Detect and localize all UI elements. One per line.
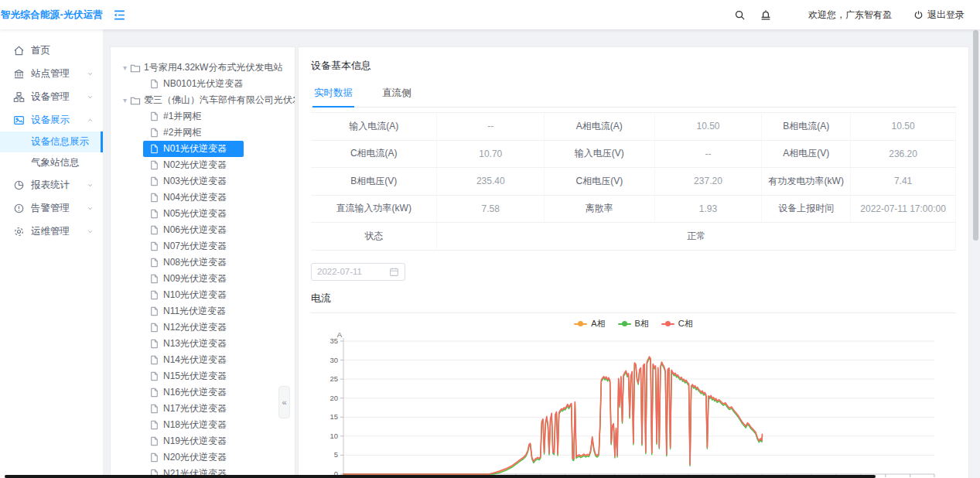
current-chart: 05101520253035A00:0001:0002:0003:0004:00…	[311, 332, 948, 478]
menu-fold-icon[interactable]	[113, 9, 126, 22]
sidebar-item-home[interactable]: 首页	[0, 39, 103, 62]
sidebar-item-weather-station-info[interactable]: 气象站信息	[0, 152, 103, 173]
date-value: 2022-07-11	[317, 267, 389, 276]
sidebar-item-ops-mgmt[interactable]: 运维管理	[0, 220, 103, 243]
sidebar-item-alarm-mgmt[interactable]: 告警管理	[0, 196, 103, 220]
info-label: 输入电压(V)	[545, 141, 655, 169]
sidebar-item-report-stats[interactable]: 报表统计	[0, 173, 103, 196]
tree-node-label: N18光伏逆变器	[163, 418, 227, 432]
scrollbar-thumb[interactable]	[973, 30, 978, 241]
alarm-siren-icon[interactable]	[753, 9, 779, 21]
legend-marker-icon	[574, 321, 587, 327]
info-value: --	[655, 141, 763, 169]
tree-node-device-3[interactable]: #1并网柜	[111, 108, 295, 125]
info-label: A相电压(V)	[762, 141, 851, 169]
calendar-icon	[389, 267, 399, 277]
sidebar-item-site-mgmt[interactable]: 站点管理	[0, 62, 103, 85]
status-value: 正常	[437, 223, 956, 251]
app-logo: 智光综合能源-光伏运营	[0, 9, 104, 22]
tree-node-label: N20光伏逆变器	[163, 451, 227, 464]
search-icon[interactable]	[726, 9, 753, 21]
date-picker[interactable]: 2022-07-11	[311, 263, 405, 281]
tree-node-device-11[interactable]: N07光伏逆变器	[111, 238, 295, 254]
page-title: 设备基本信息	[311, 47, 956, 82]
current-section-title: 电流	[311, 292, 956, 313]
tree-node-device-16[interactable]: N12光伏逆变器	[111, 319, 295, 336]
tree-node-device-17[interactable]: N13光伏逆变器	[111, 336, 295, 352]
file-icon	[149, 323, 160, 333]
file-icon	[149, 111, 160, 122]
svg-text:A: A	[337, 332, 343, 339]
tab-realtime-data[interactable]: 实时数据	[312, 84, 354, 107]
content-area: ▾1号家用4.32kW分布式光伏发电站NB0101光伏逆变器▾爱三（佛山）汽车部…	[104, 29, 980, 478]
info-label: C相电压(V)	[545, 168, 655, 196]
info-value: 236.20	[851, 141, 956, 169]
tree-node-label: NB0101光伏逆变器	[163, 77, 243, 90]
legend-label: C相	[678, 318, 693, 329]
info-value: 10.70	[437, 141, 545, 169]
info-value: 7.58	[437, 196, 545, 224]
sidebar-nav: 首页站点管理设备管理设备展示设备信息展示气象站信息报表统计告警管理运维管理	[0, 29, 104, 478]
file-icon	[149, 436, 160, 447]
tree-node-label: N04光伏逆变器	[163, 191, 227, 204]
tree-node-device-9[interactable]: N05光伏逆变器	[111, 206, 295, 222]
legend-item-C相[interactable]: C相	[661, 318, 693, 329]
tree-node-station-2[interactable]: ▾爱三（佛山）汽车部件有限公司光伏发	[111, 92, 295, 108]
tree-node-device-23[interactable]: N19光伏逆变器	[111, 433, 295, 449]
folder-icon	[130, 95, 141, 106]
tree-node-label: #2并网柜	[163, 126, 201, 139]
tree-collapse-handle[interactable]: «	[278, 386, 290, 418]
vertical-scrollbar	[972, 29, 979, 478]
sidebar-item-device-info-display[interactable]: 设备信息展示	[0, 131, 103, 152]
sidebar-item-device-display[interactable]: 设备展示	[0, 108, 103, 131]
tree-node-device-10[interactable]: N06光伏逆变器	[111, 222, 295, 238]
tree-node-device-15[interactable]: N11光伏逆变器	[111, 303, 295, 319]
tree-node-device-21[interactable]: N17光伏逆变器	[111, 401, 295, 417]
tree-node-device-22[interactable]: N18光伏逆变器	[111, 417, 295, 433]
file-icon	[149, 420, 160, 431]
info-label: B相电压(V)	[311, 168, 437, 196]
legend-marker-icon	[618, 321, 631, 327]
tree-node-device-12[interactable]: N08光伏逆变器	[111, 254, 295, 271]
tab-dc-side[interactable]: 直流侧	[381, 84, 413, 107]
sidebar-item-device-mgmt[interactable]: 设备管理	[0, 85, 103, 108]
tree-node-label: N10光伏逆变器	[163, 289, 227, 302]
tree-node-device-14[interactable]: N10光伏逆变器	[111, 287, 295, 303]
tree-node-device-6[interactable]: N02光伏逆变器	[111, 157, 295, 173]
legend-label: A相	[591, 318, 605, 329]
file-icon	[149, 355, 160, 366]
info-value: 1.93	[655, 196, 763, 224]
legend-item-B相[interactable]: B相	[618, 318, 649, 329]
info-label: 设备上报时间	[762, 196, 851, 224]
file-icon	[149, 274, 160, 285]
folder-icon	[130, 63, 141, 73]
info-label: A相电流(A)	[545, 113, 655, 141]
chart-legend: A相B相C相	[311, 316, 956, 332]
svg-text:5: 5	[334, 450, 338, 459]
tree-node-device-13[interactable]: N09光伏逆变器	[111, 271, 295, 287]
tree-node-device-24[interactable]: N20光伏逆变器	[111, 449, 295, 466]
tree-node-device-4[interactable]: #2并网柜	[111, 125, 295, 141]
file-icon	[149, 144, 160, 155]
tree-node-device-7[interactable]: N03光伏逆变器	[111, 173, 295, 189]
info-value: 10.50	[655, 113, 763, 141]
logout-button[interactable]: 退出登录	[913, 9, 965, 22]
legend-item-A相[interactable]: A相	[574, 318, 605, 329]
welcome-text: 欢迎您，广东智有盈	[808, 9, 892, 22]
file-icon	[149, 225, 160, 236]
chevron-down-icon	[87, 70, 94, 77]
tree-node-device-1[interactable]: NB0101光伏逆变器	[111, 76, 295, 92]
file-icon	[149, 306, 160, 317]
current-chart-block: A相B相C相 05101520253035A00:0001:0002:0003:…	[311, 316, 956, 478]
file-icon	[149, 241, 160, 252]
tree-node-station-0[interactable]: ▾1号家用4.32kW分布式光伏发电站	[111, 60, 295, 76]
sidebar-item-label: 首页	[31, 44, 94, 57]
tree-node-device-19[interactable]: N15光伏逆变器	[111, 368, 295, 384]
tree-node-device-20[interactable]: N16光伏逆变器	[111, 384, 295, 401]
tree-node-device-8[interactable]: N04光伏逆变器	[111, 189, 295, 206]
tree-node-label: N05光伏逆变器	[163, 207, 227, 220]
tree-node-device-18[interactable]: N14光伏逆变器	[111, 352, 295, 368]
tree-node-device-5[interactable]: N01光伏逆变器	[111, 141, 295, 157]
info-value: 235.40	[437, 168, 545, 196]
tree-node-label: N16光伏逆变器	[163, 386, 227, 399]
